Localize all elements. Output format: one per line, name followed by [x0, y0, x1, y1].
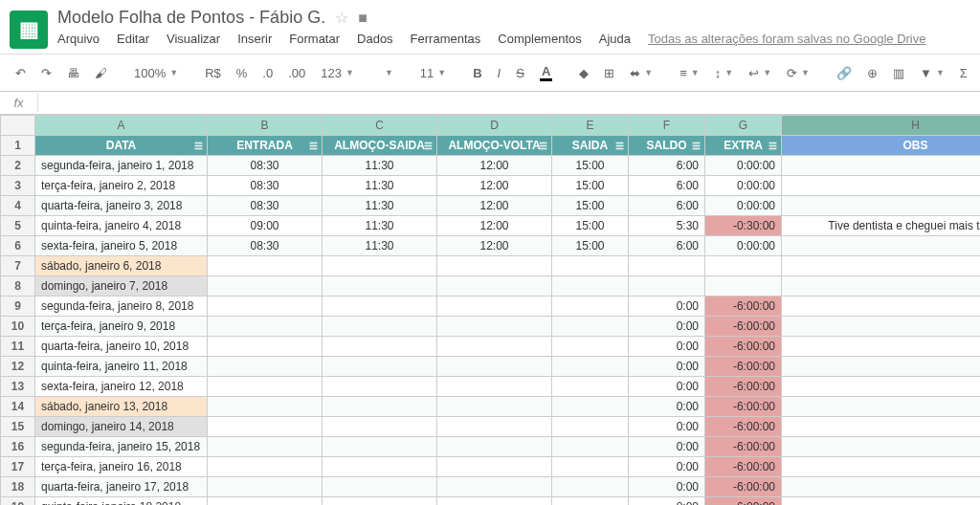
cell[interactable]: 15:00 — [552, 156, 629, 176]
cell[interactable] — [552, 497, 629, 506]
cell[interactable]: 0:00 — [629, 457, 705, 477]
cell[interactable]: -6:00:00 — [705, 477, 782, 497]
row-header-1[interactable]: 1 — [1, 136, 35, 156]
cell[interactable] — [782, 276, 981, 296]
cell[interactable]: 0:00 — [629, 397, 705, 417]
cell[interactable] — [208, 276, 323, 296]
cell[interactable] — [323, 296, 437, 317]
percent-button[interactable]: % — [231, 62, 254, 84]
cell[interactable]: segunda-feira, janeiro 15, 2018 — [35, 437, 208, 457]
italic-button[interactable]: I — [492, 62, 507, 84]
cell[interactable]: 0:00 — [629, 357, 705, 377]
col-header-f[interactable]: F — [629, 116, 705, 136]
cell[interactable]: -6:00:00 — [705, 337, 782, 357]
cell[interactable]: 5:30 — [629, 216, 705, 236]
rotate-button[interactable]: ⟳▼ — [781, 62, 815, 84]
col-header-b[interactable]: B — [208, 116, 323, 136]
spreadsheet-grid[interactable]: A B C D E F G H 1 DATA☰ ENTRADA☰ ALMOÇO-… — [0, 115, 980, 505]
cell[interactable] — [705, 256, 782, 276]
table-row[interactable]: 10terça-feira, janeiro 9, 20180:00-6:00:… — [1, 317, 981, 337]
row-header[interactable]: 15 — [1, 417, 35, 437]
cell[interactable] — [552, 317, 629, 337]
col-header-g[interactable]: G — [705, 116, 782, 136]
cell[interactable]: -6:00:00 — [705, 397, 782, 417]
cell[interactable]: -6:00:00 — [705, 317, 782, 337]
cell[interactable] — [208, 397, 323, 417]
cell[interactable] — [437, 417, 552, 437]
filter-icon[interactable]: ▼▼ — [914, 62, 950, 84]
table-row[interactable]: 7sábado, janeiro 6, 2018 — [1, 256, 981, 276]
cell[interactable]: 15:00 — [552, 176, 629, 196]
cell[interactable] — [552, 457, 629, 477]
cell[interactable]: 0:00:00 — [705, 196, 782, 216]
cell[interactable] — [552, 417, 629, 437]
cell[interactable] — [552, 296, 629, 317]
doc-title[interactable]: Modelo Folha de Pontos - Fábio G. — [57, 8, 325, 28]
cell[interactable]: 12:00 — [437, 196, 552, 216]
cell[interactable]: terça-feira, janeiro 2, 2018 — [35, 176, 208, 196]
bold-button[interactable]: B — [467, 62, 487, 84]
cell[interactable] — [323, 256, 437, 276]
increase-decimal-button[interactable]: .00 — [282, 62, 311, 84]
cell[interactable] — [437, 296, 552, 317]
row-header[interactable]: 8 — [1, 276, 35, 296]
cell[interactable] — [552, 276, 629, 296]
table-row[interactable]: 15domingo, janeiro 14, 20180:00-6:00:00 — [1, 417, 981, 437]
cell[interactable]: 6:00 — [629, 196, 705, 216]
row-header[interactable]: 6 — [1, 236, 35, 256]
row-header[interactable]: 3 — [1, 176, 35, 196]
print-icon[interactable]: 🖶 — [61, 62, 85, 84]
filter-icon[interactable]: ☰ — [309, 141, 318, 151]
cell[interactable] — [552, 437, 629, 457]
cell[interactable] — [782, 437, 981, 457]
cell[interactable]: domingo, janeiro 7, 2018 — [35, 276, 208, 296]
cell[interactable]: -6:00:00 — [705, 437, 782, 457]
cell[interactable]: 0:00 — [629, 337, 705, 357]
decrease-decimal-button[interactable]: .0 — [256, 62, 278, 84]
row-header[interactable]: 16 — [1, 437, 35, 457]
cell[interactable] — [782, 256, 981, 276]
column-header-row[interactable]: A B C D E F G H — [1, 116, 981, 136]
row-header[interactable]: 7 — [1, 256, 35, 276]
v-align-button[interactable]: ↕▼ — [709, 62, 739, 84]
cell[interactable] — [782, 296, 981, 317]
cell[interactable] — [782, 196, 981, 216]
cell[interactable] — [782, 176, 981, 196]
cell[interactable]: 12:00 — [437, 236, 552, 256]
col-header-a[interactable]: A — [35, 116, 208, 136]
cell[interactable]: 0:00:00 — [705, 156, 782, 176]
row-header[interactable]: 18 — [1, 477, 35, 497]
table-row[interactable]: 12quinta-feira, janeiro 11, 20180:00-6:0… — [1, 357, 981, 377]
cell[interactable]: 0:00 — [629, 497, 705, 506]
undo-icon[interactable]: ↶ — [10, 62, 32, 84]
strike-button[interactable]: S — [510, 62, 530, 84]
save-status[interactable]: Todas as alterações foram salvas no Goog… — [648, 32, 925, 46]
row-header[interactable]: 10 — [1, 317, 35, 337]
cell[interactable] — [552, 256, 629, 276]
cell[interactable] — [323, 497, 437, 506]
cell[interactable] — [782, 156, 981, 176]
borders-button[interactable]: ⊞ — [598, 62, 620, 84]
cell[interactable]: quinta-feira, janeiro 11, 2018 — [35, 357, 208, 377]
cell[interactable]: quinta-feira janeiro 18 2018 — [35, 497, 208, 506]
cell[interactable]: sexta-feira, janeiro 12, 2018 — [35, 377, 208, 397]
cell[interactable] — [782, 317, 981, 337]
cell[interactable]: -6:00:00 — [705, 357, 782, 377]
row-header[interactable]: 11 — [1, 337, 35, 357]
cell[interactable] — [782, 236, 981, 256]
more-formats-button[interactable]: 123▼ — [315, 64, 360, 82]
cell[interactable] — [629, 276, 705, 296]
merge-button[interactable]: ⬌▼ — [624, 62, 658, 84]
cell[interactable]: 11:30 — [323, 236, 437, 256]
cell[interactable]: 12:00 — [437, 176, 552, 196]
redo-icon[interactable]: ↷ — [35, 62, 57, 84]
cell[interactable]: segunda-feira, janeiro 8, 2018 — [35, 296, 208, 317]
zoom-select[interactable]: 100%▼ — [128, 64, 184, 82]
h-align-button[interactable]: ≡▼ — [674, 62, 705, 84]
cell[interactable]: 11:30 — [323, 216, 437, 236]
cell[interactable] — [437, 457, 552, 477]
cell[interactable]: 12:00 — [437, 216, 552, 236]
col-header-h[interactable]: H — [782, 116, 981, 136]
cell[interactable]: -6:00:00 — [705, 497, 782, 506]
cell[interactable] — [782, 377, 981, 397]
